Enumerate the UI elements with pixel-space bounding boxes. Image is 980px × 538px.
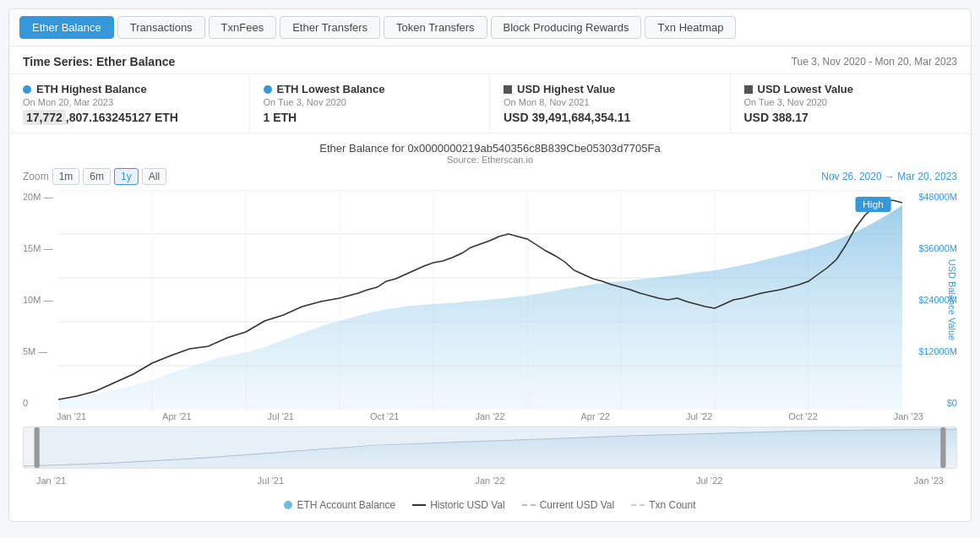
legend: ETH Account Balance Historic USD Val Cur… <box>23 492 957 521</box>
mini-chart[interactable] <box>23 427 957 469</box>
x-label-jan21: Jan '21 <box>57 411 86 421</box>
tab-ether-transfers[interactable]: Ether Transfers <box>280 16 380 39</box>
svg-rect-16 <box>37 427 944 468</box>
usd-axis-label: USD Balance Value <box>947 259 957 340</box>
stat-usd-low-date: On Tue 3, Nov 2020 <box>744 97 958 107</box>
legend-dashed-current <box>522 504 536 506</box>
y-axis-15m: 15M — <box>23 243 58 253</box>
zoom-1y[interactable]: 1y <box>114 168 139 185</box>
main-chart-svg: High <box>58 190 902 410</box>
header-row: Time Series: Ether Balance Tue 3, Nov 20… <box>9 46 971 73</box>
mini-x-jan21: Jan '21 <box>36 476 66 486</box>
legend-label-txn: Txn Count <box>649 499 695 511</box>
zoom-1m[interactable]: 1m <box>52 168 80 185</box>
y-axis-5m: 5M — <box>23 346 58 356</box>
chart-source: Source: Etherscan.io <box>23 155 957 165</box>
y-axis-20m: 20M — <box>23 192 58 202</box>
chart-main-title: Ether Balance for 0x0000000219ab540356c8… <box>23 142 957 155</box>
tab-txnfees[interactable]: TxnFees <box>209 16 277 39</box>
chart-title-area: Ether Balance for 0x0000000219ab540356c8… <box>23 142 957 165</box>
x-label-apr22: Apr '22 <box>580 411 610 421</box>
mini-x-jul21: Jul '21 <box>258 476 284 486</box>
chart-controls: Zoom 1m 6m 1y All Nov 26, 2020 → Mar 20,… <box>23 168 957 185</box>
tab-block-producing-rewards[interactable]: Block Producing Rewards <box>491 16 642 39</box>
svg-rect-17 <box>34 427 39 468</box>
stat-eth-low-value: 1 ETH <box>264 111 476 124</box>
x-axis: Jan '21 Apr '21 Jul '21 Oct '21 Jan '22 … <box>23 410 957 421</box>
mini-x-jan23: Jan '23 <box>914 476 944 486</box>
stat-eth-low-date: On Tue 3, Nov 2020 <box>264 97 476 107</box>
legend-line-historic <box>412 504 426 506</box>
tab-token-transfers[interactable]: Token Transfers <box>384 16 487 39</box>
usd-high-square-icon <box>504 85 512 94</box>
y-axis-usd-0: $0 <box>906 398 957 408</box>
y-axis-0: 0 <box>23 398 58 408</box>
zoom-6m[interactable]: 6m <box>83 168 111 185</box>
eth-high-dot-icon <box>23 85 31 94</box>
y-axis-usd-12b: $12000M <box>906 346 957 356</box>
x-label-jul22: Jul '22 <box>686 411 712 421</box>
eth-low-dot-icon <box>264 85 272 94</box>
mini-x-jan22: Jan '22 <box>475 476 504 486</box>
stat-eth-high-prefix: 17,772 <box>23 110 66 125</box>
stat-usd-low-value: USD 388.17 <box>744 111 958 124</box>
stat-usd-high-value: USD 39,491,684,354.11 <box>504 111 716 124</box>
zoom-label: Zoom <box>23 171 49 182</box>
y-axis-usd-48b: $48000M <box>906 192 957 202</box>
stat-eth-highest: ETH Highest Balance On Mon 20, Mar 2023 … <box>9 74 250 133</box>
y-axis-10m: 10M — <box>23 295 58 305</box>
page-title: Time Series: Ether Balance <box>23 55 175 68</box>
x-label-jan22: Jan '22 <box>475 411 504 421</box>
mini-x-jul22: Jul '22 <box>696 476 722 486</box>
stat-eth-high-label: ETH Highest Balance <box>36 83 147 95</box>
stat-usd-high-label: USD Highest Value <box>517 83 615 95</box>
x-label-apr21: Apr '21 <box>162 411 192 421</box>
tab-ether-balance[interactable]: Ether Balance <box>19 16 114 39</box>
tab-transactions[interactable]: Transactions <box>117 16 205 39</box>
mini-chart-svg <box>24 427 956 468</box>
usd-low-square-icon <box>744 85 753 94</box>
svg-rect-18 <box>940 427 945 468</box>
stat-eth-lowest: ETH Lowest Balance On Tue 3, Nov 2020 1 … <box>250 74 491 133</box>
stat-eth-high-date: On Mon 20, Mar 2023 <box>23 97 236 107</box>
stat-eth-high-value: 17,772,807.163245127 ETH <box>23 111 236 124</box>
legend-label-current: Current USD Val <box>540 499 614 511</box>
legend-dashed-txn <box>631 504 645 506</box>
stat-usd-low-label: USD Lowest Value <box>758 83 853 95</box>
stat-usd-high-date: On Mon 8, Nov 2021 <box>504 97 716 107</box>
y-axis-usd-36b: $36000M <box>906 243 957 253</box>
x-label-jan23: Jan '23 <box>894 411 923 421</box>
legend-eth-balance: ETH Account Balance <box>284 499 395 511</box>
legend-current-usd: Current USD Val <box>522 499 614 511</box>
stat-eth-low-label: ETH Lowest Balance <box>277 83 385 95</box>
zoom-all[interactable]: All <box>142 168 166 185</box>
chart-date-range: Nov 26, 2020 → Mar 20, 2023 <box>821 171 957 182</box>
mini-x-axis: Jan '21 Jul '21 Jan '22 Jul '22 Jan '23 <box>23 476 957 486</box>
stats-row: ETH Highest Balance On Mon 20, Mar 2023 … <box>9 73 971 133</box>
legend-label-historic: Historic USD Val <box>430 499 504 511</box>
legend-txn-count: Txn Count <box>631 499 695 511</box>
header-date-range: Tue 3, Nov 2020 - Mon 20, Mar 2023 <box>792 56 957 68</box>
legend-label-eth: ETH Account Balance <box>297 499 395 511</box>
tab-txn-heatmap[interactable]: Txn Heatmap <box>645 16 736 39</box>
chart-container: Ether Balance for 0x0000000219ab540356c8… <box>9 133 971 521</box>
stat-usd-highest: USD Highest Value On Mon 8, Nov 2021 USD… <box>490 74 731 133</box>
tab-bar: Ether Balance Transactions TxnFees Ether… <box>9 9 971 46</box>
legend-dot-eth <box>284 501 292 509</box>
legend-historic-usd: Historic USD Val <box>412 499 504 511</box>
stat-usd-lowest: USD Lowest Value On Tue 3, Nov 2020 USD … <box>731 74 972 133</box>
x-label-jul21: Jul '21 <box>268 411 294 421</box>
x-label-oct21: Oct '21 <box>370 411 400 421</box>
svg-text:High: High <box>863 199 884 209</box>
zoom-controls: Zoom 1m 6m 1y All <box>23 168 166 185</box>
x-label-oct22: Oct '22 <box>788 411 818 421</box>
